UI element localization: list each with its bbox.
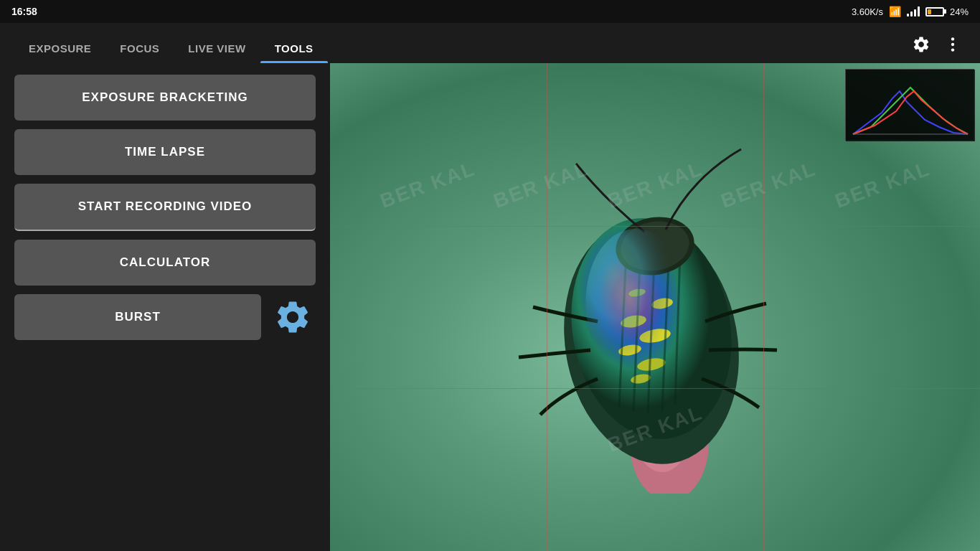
network-speed: 3.60K/s [852, 6, 883, 17]
beetle-image [447, 121, 863, 494]
burst-gear-icon [273, 298, 312, 336]
camera-view: BER KAL BER KAL BER KAL BER KAL BER KAL … [330, 63, 980, 551]
battery-percent: 24% [950, 6, 969, 17]
settings-icon [912, 35, 930, 54]
burst-row: BURST [14, 294, 316, 340]
histogram-panel [845, 69, 974, 141]
status-time: 16:58 [11, 6, 37, 17]
tab-tools[interactable]: TOOLS [260, 34, 328, 63]
settings-button[interactable] [908, 32, 934, 57]
exposure-bracketing-button[interactable]: EXPOSURE BRACKETING [14, 75, 316, 121]
nav-bar: EXPOSURE FOCUS LIVE VIEW TOOLS [0, 23, 980, 63]
tab-focus[interactable]: FOCUS [105, 34, 174, 63]
calculator-button[interactable]: CALCULATOR [14, 240, 316, 286]
nav-tabs: EXPOSURE FOCUS LIVE VIEW TOOLS [14, 34, 908, 63]
burst-button[interactable]: BURST [14, 294, 261, 340]
main-content: EXPOSURE BRACKETING TIME LAPSE START REC… [0, 63, 980, 551]
tab-live-view[interactable]: LIVE VIEW [174, 34, 260, 63]
status-right: 3.60K/s 📶 24% [852, 6, 969, 17]
svg-point-2 [951, 48, 954, 51]
battery-icon [925, 7, 944, 17]
time-lapse-button[interactable]: TIME LAPSE [14, 129, 316, 175]
signal-bars [907, 6, 920, 17]
svg-point-0 [951, 37, 954, 40]
tab-exposure[interactable]: EXPOSURE [14, 34, 105, 63]
start-recording-video-button[interactable]: START RECORDING VIDEO [14, 184, 316, 231]
svg-point-1 [951, 43, 954, 46]
status-bar: 16:58 3.60K/s 📶 24% [0, 0, 980, 23]
nav-actions [908, 32, 966, 63]
burst-settings-button[interactable] [270, 294, 316, 340]
wifi-icon: 📶 [889, 6, 901, 17]
left-panel: EXPOSURE BRACKETING TIME LAPSE START REC… [0, 63, 330, 551]
more-options-icon [943, 35, 962, 54]
more-options-button[interactable] [940, 32, 966, 57]
